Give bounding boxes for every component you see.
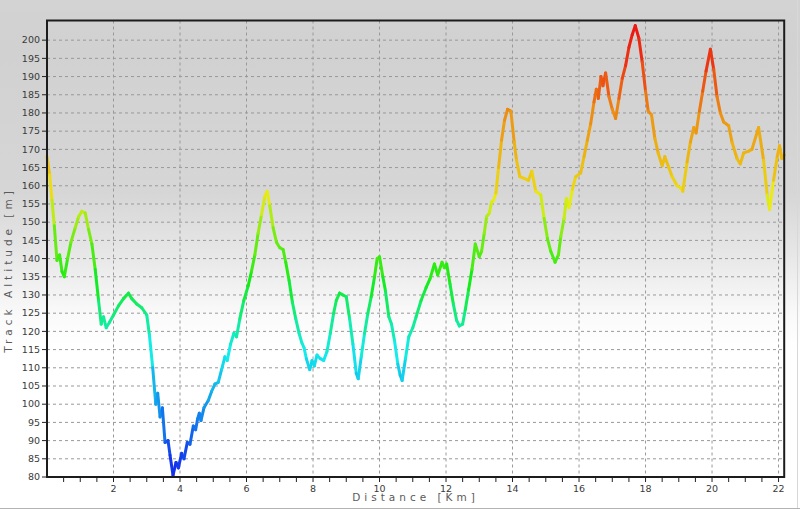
y-tick-label: 115 (22, 344, 40, 355)
y-tick-label: 155 (22, 198, 40, 209)
y-tick-label: 85 (28, 453, 40, 464)
y-tick-label: 90 (28, 435, 40, 446)
y-tick-label: 140 (22, 253, 40, 264)
altitude-track-line (47, 26, 784, 476)
x-axis-title: Distance [Km] (47, 491, 784, 503)
y-tick-label: 145 (22, 235, 40, 246)
y-tick-label: 190 (22, 71, 40, 82)
y-tick-label: 110 (22, 362, 40, 373)
y-tick-label: 100 (22, 398, 40, 409)
y-tick-label: 200 (22, 34, 40, 45)
y-tick-label: 95 (28, 417, 40, 428)
y-tick-label: 80 (28, 471, 40, 482)
y-tick-label: 170 (22, 144, 40, 155)
y-tick-label: 160 (22, 180, 40, 191)
y-tick-label: 120 (22, 326, 40, 337)
y-tick-label: 125 (22, 307, 40, 318)
plot-area: 8085909510010511011512012513013514014515… (0, 0, 800, 509)
y-tick-label: 150 (22, 216, 40, 227)
plot-frame (47, 21, 784, 478)
y-tick-label: 195 (22, 53, 40, 64)
elevation-profile-window: 8085909510010511011512012513013514014515… (0, 0, 800, 509)
y-tick-label: 165 (22, 162, 40, 173)
y-tick-label: 135 (22, 271, 40, 282)
x-gridlines (114, 21, 779, 478)
y-tick-label: 175 (22, 125, 40, 136)
y-tick-label: 105 (22, 380, 40, 391)
y-tick-label: 180 (22, 107, 40, 118)
y-tick-label: 130 (22, 289, 40, 300)
y-tick-labels: 8085909510010511011512012513013514014515… (22, 34, 40, 482)
axis-ticks (42, 40, 779, 482)
y-tick-label: 185 (22, 89, 40, 100)
y-axis-title: Track Altitude [m] (2, 40, 16, 500)
